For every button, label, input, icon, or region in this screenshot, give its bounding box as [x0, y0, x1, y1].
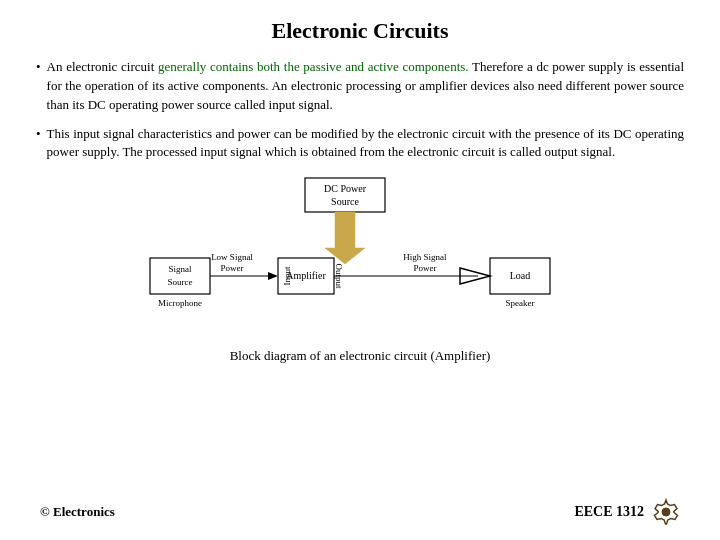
svg-text:Source: Source	[331, 196, 359, 207]
bullet-1: • An electronic circuit generally contai…	[36, 58, 684, 115]
svg-text:High Signal: High Signal	[403, 252, 447, 262]
svg-text:Microphone: Microphone	[158, 298, 202, 308]
svg-marker-3	[325, 212, 365, 264]
footer: © Electronics EECE 1312	[36, 498, 684, 526]
svg-text:Low Signal: Low Signal	[211, 252, 253, 262]
bullet-text-2: This input signal characteristics and po…	[47, 125, 684, 163]
diagram-svg: DC Power Source Signal Source Low Signal…	[120, 176, 600, 346]
green-text-1: generally contains both the passive and …	[158, 59, 469, 74]
svg-text:Power: Power	[414, 263, 437, 273]
svg-text:Amplifier: Amplifier	[286, 270, 326, 281]
bullet-text-1: An electronic circuit generally contains…	[47, 58, 684, 115]
bullet-2: • This input signal characteristics and …	[36, 125, 684, 163]
bullet-dot-2: •	[36, 126, 41, 142]
footer-left: © Electronics	[40, 504, 115, 520]
svg-point-23	[662, 508, 670, 516]
svg-text:Speaker: Speaker	[506, 298, 535, 308]
diagram-caption: Block diagram of an electronic circuit (…	[230, 348, 491, 364]
svg-text:Load: Load	[510, 270, 531, 281]
svg-text:Source: Source	[168, 277, 193, 287]
svg-text:DC Power: DC Power	[324, 183, 367, 194]
circuit-diagram: DC Power Source Signal Source Low Signal…	[120, 176, 600, 346]
svg-text:Power: Power	[221, 263, 244, 273]
gear-icon	[652, 498, 680, 526]
footer-right: EECE 1312	[574, 498, 680, 526]
page-title: Electronic Circuits	[36, 18, 684, 44]
svg-marker-10	[268, 272, 278, 280]
diagram-area: DC Power Source Signal Source Low Signal…	[36, 176, 684, 494]
course-code: EECE 1312	[574, 504, 644, 520]
page: Electronic Circuits • An electronic circ…	[0, 0, 720, 540]
svg-text:Signal: Signal	[168, 264, 192, 274]
bullet-dot-1: •	[36, 59, 41, 75]
